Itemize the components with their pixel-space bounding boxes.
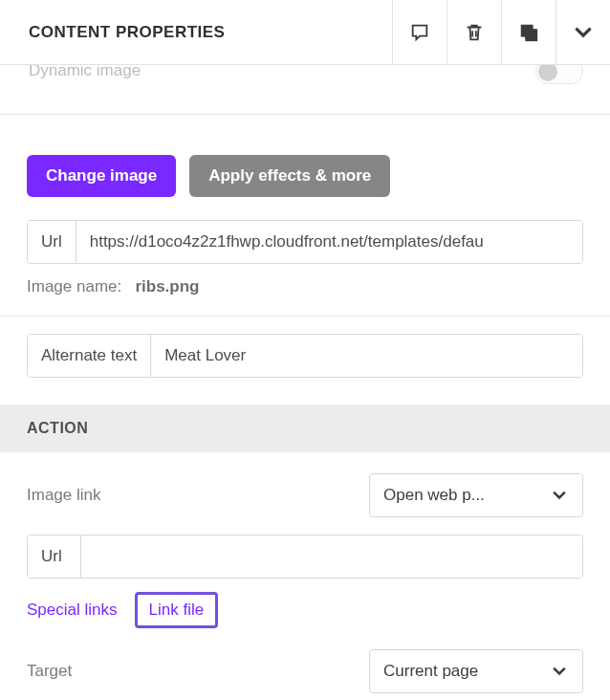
image-buttons: Change image Apply effects & more (27, 155, 583, 197)
image-link-label: Image link (27, 486, 100, 505)
image-url-input[interactable] (76, 221, 582, 263)
image-url-group: Url (27, 220, 583, 264)
alt-text-section: Alternate text (0, 317, 610, 405)
dynamic-image-toggle[interactable] (535, 65, 583, 84)
action-url-label: Url (28, 536, 81, 578)
alt-text-label: Alternate text (28, 335, 151, 377)
target-select[interactable]: Current page (369, 649, 583, 693)
image-name-label: Image name: (27, 277, 121, 295)
chevron-down-icon (550, 662, 569, 681)
change-image-button[interactable]: Change image (27, 155, 176, 197)
image-url-label: Url (28, 221, 76, 263)
comment-icon (409, 22, 430, 43)
links-row: Special links Link file (27, 592, 583, 628)
panel-title: CONTENT PROPERTIES (0, 23, 225, 42)
image-section: Change image Apply effects & more Url Im… (0, 115, 610, 316)
duplicate-button[interactable] (501, 0, 556, 64)
action-section: Image link Open web p... Url Special lin… (0, 452, 610, 693)
image-link-value: Open web p... (383, 486, 485, 505)
panel-header: CONTENT PROPERTIES (0, 0, 610, 65)
action-section-header: ACTION (0, 405, 610, 452)
alt-text-group: Alternate text (27, 334, 583, 378)
comment-button[interactable] (392, 0, 447, 64)
link-file-link[interactable]: Link file (135, 592, 219, 628)
target-label: Target (27, 662, 72, 681)
image-link-select[interactable]: Open web p... (369, 473, 583, 517)
special-links-link[interactable]: Special links (27, 601, 118, 620)
chevron-down-icon (550, 486, 569, 505)
action-url-input[interactable] (81, 536, 582, 578)
image-name-value: ribs.png (135, 277, 199, 295)
image-link-row: Image link Open web p... (27, 473, 583, 517)
dynamic-image-label: Dynamic image (29, 65, 141, 80)
target-value: Current page (383, 662, 478, 681)
apply-effects-button[interactable]: Apply effects & more (189, 155, 390, 197)
action-url-group: Url (27, 535, 583, 579)
collapse-button[interactable] (556, 0, 610, 64)
alt-text-input[interactable] (151, 335, 582, 377)
svg-rect-5 (525, 29, 535, 39)
target-row: Target Current page (27, 649, 583, 693)
delete-button[interactable] (447, 0, 501, 64)
header-actions (392, 0, 610, 64)
image-name-row: Image name: ribs.png (27, 277, 583, 296)
trash-icon (464, 22, 485, 43)
chevron-down-icon (571, 20, 596, 45)
duplicate-icon (518, 22, 539, 43)
dynamic-image-row: Dynamic image (0, 65, 610, 115)
